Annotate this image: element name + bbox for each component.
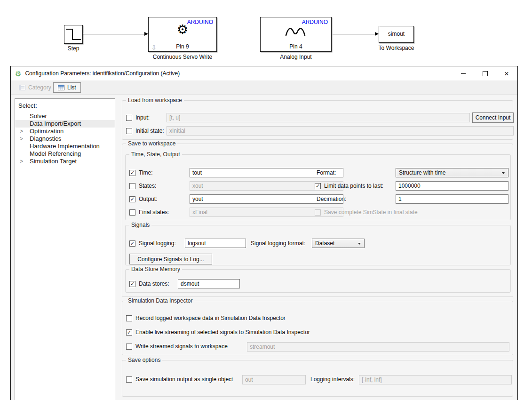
category-button: Category — [15, 82, 56, 93]
save-simstate-label: Save complete SimState in final state — [324, 209, 418, 216]
states-checkbox[interactable] — [129, 183, 135, 189]
category-button-label: Category — [28, 84, 51, 91]
view-toolbar: Category List — [11, 80, 517, 95]
format-dropdown[interactable]: Structure with time — [396, 168, 508, 177]
signal-logging-format-dropdown[interactable]: Dataset — [312, 239, 365, 248]
tree-item-data-import-export[interactable]: Data Import/Export — [15, 120, 115, 128]
format-label: Format: — [317, 169, 336, 176]
tree-item-model-referencing[interactable]: Model Referencing — [15, 150, 115, 158]
enable-streaming-checkbox[interactable]: ✓ — [126, 329, 132, 336]
group-simulation-data-inspector: Simulation Data Inspector Record logged … — [122, 301, 513, 355]
connect-input-button[interactable]: Connect Input — [472, 112, 514, 123]
single-object-label: Save simulation output as single object — [135, 376, 233, 383]
configuration-gear-icon: ⚙ — [15, 70, 21, 77]
data-stores-field[interactable]: dsmout — [178, 279, 240, 288]
gear-icon: ⚙ — [149, 24, 216, 36]
wire-step-to-servo — [83, 34, 145, 34]
final-states-label: Final states: — [139, 209, 169, 216]
group-save-options: Save options Save simulation output as s… — [122, 360, 513, 397]
minimize-button[interactable] — [453, 66, 474, 80]
record-logged-label: Record logged workspace data in Simulati… — [135, 315, 286, 322]
write-streamed-label: Write streamed signals to workspace — [135, 343, 228, 350]
close-button[interactable]: × — [496, 66, 517, 80]
block-to-workspace-label: To Workspace — [360, 45, 433, 51]
output-label: Output: — [139, 196, 157, 203]
data-stores-label: Data stores: — [139, 280, 169, 288]
decimation-label: Decimation: — [317, 196, 346, 203]
group-label: Simulation Data Inspector — [126, 297, 194, 304]
minimize-icon — [461, 73, 466, 74]
block-step-label: Step — [55, 45, 92, 52]
initial-state-label: Initial state: — [135, 128, 164, 135]
input-label: Input: — [135, 114, 150, 121]
group-signals: Signals ✓ Signal logging: logsout Signal… — [125, 225, 511, 265]
window-title: Configuration Parameters: identifikation… — [25, 70, 180, 77]
group-label: Save to workspace — [126, 140, 177, 147]
configure-signals-button[interactable]: Configure Signals to Log... — [129, 254, 212, 264]
logging-intervals-field: [-inf, inf] — [359, 375, 512, 384]
expand-chevron-icon[interactable] — [20, 135, 23, 143]
limit-data-points-field[interactable]: 1000000 — [396, 181, 508, 191]
arrowhead-icon — [144, 32, 148, 36]
list-button[interactable]: List — [53, 82, 81, 93]
tree-item-diagnostics[interactable]: Diagnostics — [15, 135, 115, 143]
analog-pin-label: Pin 4 — [261, 43, 331, 50]
single-object-checkbox[interactable] — [126, 376, 132, 383]
block-analog-input[interactable]: ARDUINO Pin 4 — [260, 17, 332, 52]
input-field: [t, u] — [167, 113, 470, 122]
time-checkbox[interactable]: ✓ — [129, 170, 135, 176]
close-icon: × — [504, 70, 509, 78]
window-controls: × — [453, 66, 517, 80]
limit-data-points-label: Limit data points to last: — [324, 183, 383, 190]
maximize-icon — [483, 71, 488, 76]
initial-state-field: xInitial — [167, 126, 514, 136]
maximize-button[interactable] — [474, 66, 496, 80]
group-label: Save options — [126, 357, 162, 363]
output-checkbox[interactable]: ✓ — [129, 196, 135, 202]
expand-chevron-icon[interactable] — [20, 158, 23, 165]
block-servo-label: Continuous Servo Write — [125, 54, 240, 60]
tree-item-solver[interactable]: Solver — [15, 112, 115, 120]
input-checkbox[interactable] — [126, 115, 132, 121]
group-label: Time, State, Output — [129, 151, 182, 158]
group-label: Load from workspace — [126, 97, 184, 104]
tree-item-optimization[interactable]: Optimization — [15, 128, 115, 135]
tree-item-simulation-target[interactable]: Simulation Target — [15, 158, 115, 165]
group-save-to-workspace: Save to workspace Time, State, Output ✓ … — [122, 144, 513, 297]
group-label: Data Store Memory — [129, 266, 182, 272]
group-label: Signals — [129, 222, 151, 228]
initial-state-checkbox[interactable] — [126, 128, 132, 134]
save-simstate-checkbox — [315, 209, 321, 216]
limit-data-points-checkbox[interactable]: ✓ — [315, 183, 321, 189]
enable-streaming-label: Enable live streaming of selected signal… — [135, 329, 310, 336]
record-logged-checkbox[interactable] — [126, 315, 132, 321]
write-streamed-checkbox[interactable] — [126, 344, 132, 350]
group-time-state-output: Time, State, Output ✓ Time: tout Format:… — [125, 154, 511, 220]
signal-logging-field[interactable]: logsout — [185, 239, 246, 248]
expand-chevron-icon[interactable] — [20, 128, 23, 135]
to-workspace-variable: simout — [379, 31, 413, 37]
logging-intervals-label: Logging intervals: — [310, 376, 355, 383]
tree-heading: Select: — [15, 102, 115, 109]
wire-analog-to-workspace — [333, 34, 375, 34]
signal-logging-format-label: Signal logging format: — [251, 240, 305, 247]
step-waveform-icon — [64, 25, 82, 43]
block-to-workspace[interactable]: simout — [379, 26, 414, 43]
signal-logging-checkbox[interactable]: ✓ — [129, 240, 135, 247]
write-streamed-field: streamout — [247, 342, 509, 352]
tree-item-hardware-implementation[interactable]: Hardware Implementation — [15, 143, 115, 150]
data-stores-checkbox[interactable]: ✓ — [129, 281, 135, 287]
arrowhead-icon — [375, 32, 379, 36]
block-step[interactable] — [64, 25, 83, 44]
list-button-label: List — [67, 84, 76, 91]
decimation-field[interactable]: 1 — [396, 194, 508, 204]
block-continuous-servo-write[interactable]: ARDUINO ⚙ ⇩ Pin 9 — [148, 17, 217, 52]
states-label: States: — [139, 183, 156, 190]
final-states-checkbox[interactable] — [129, 209, 135, 216]
signal-logging-label: Signal logging: — [139, 240, 176, 247]
arduino-brand-label: ARDUINO — [302, 19, 328, 25]
sine-wave-icon — [261, 25, 331, 40]
tree-panel: Select: Solver Data Import/Export Optimi… — [15, 98, 115, 400]
group-data-store-memory: Data Store Memory ✓ Data stores: dsmout — [125, 269, 511, 293]
servo-pin-label: Pin 9 — [149, 43, 216, 50]
